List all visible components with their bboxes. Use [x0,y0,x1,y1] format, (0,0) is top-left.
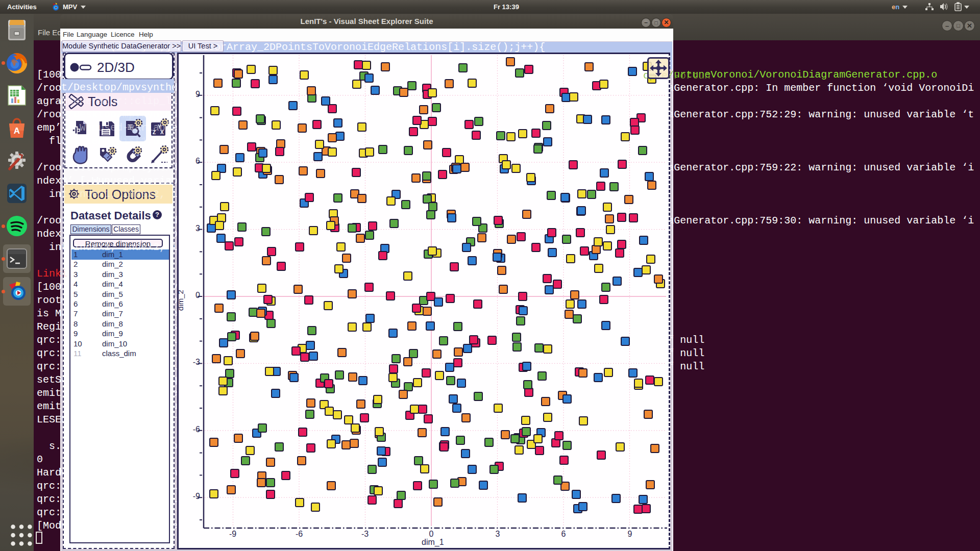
svg-text:Y: Y [158,124,161,130]
svg-text:A: A [14,126,20,136]
svg-text:Z: Z [153,130,156,135]
svg-text:X: X [160,130,164,135]
